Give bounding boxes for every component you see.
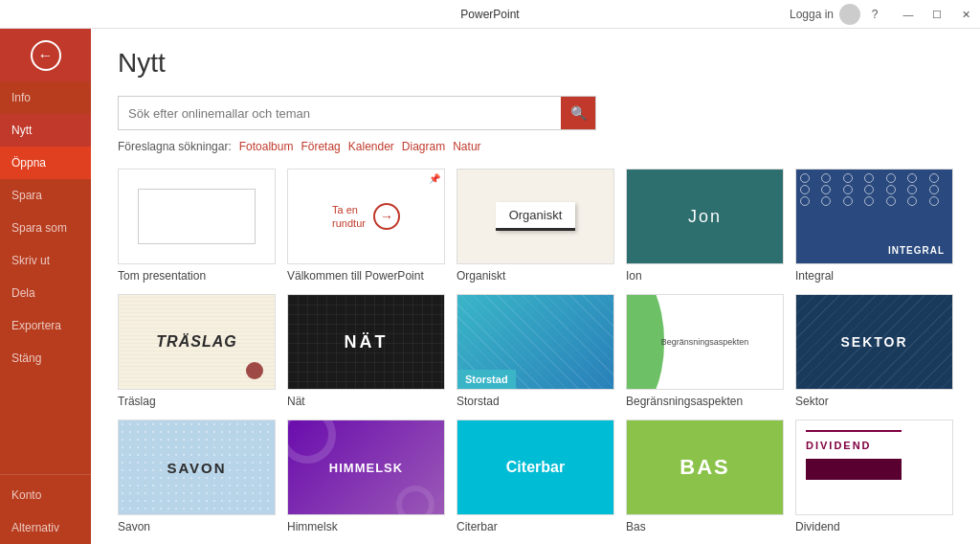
template-nat[interactable]: NÄT Nät (287, 294, 445, 408)
template-label: Begränsningsaspekten (626, 395, 784, 408)
template-label: Dividend (795, 520, 953, 533)
sidebar-item-spara[interactable]: Spara (0, 179, 91, 212)
window-controls: — ☐ ✕ (894, 0, 980, 29)
sidebar-item-stang[interactable]: Stäng (0, 342, 91, 374)
template-label: Bas (626, 520, 784, 533)
template-label: Nät (287, 395, 445, 408)
nat-grid (288, 295, 444, 389)
template-begr[interactable]: Begränsningsaspekten Begränsningsaspekte… (626, 294, 784, 408)
page-title: Nytt (118, 48, 953, 79)
templates-grid: Tom presentation Ta en rundtur → 📌 Välko… (118, 169, 953, 533)
login-label: Logga in (790, 8, 834, 21)
avatar (839, 4, 860, 25)
sidebar-item-alternativ[interactable]: Alternativ (0, 511, 91, 544)
template-storstad[interactable]: Storstad Storstad (457, 294, 614, 408)
sidebar-item-oppna[interactable]: Öppna (0, 147, 91, 179)
pin-icon: 📌 (429, 173, 440, 184)
himmelsk-text: HIMMELSK (329, 461, 403, 475)
suggestion-fotoalbum[interactable]: Fotoalbum (239, 140, 294, 153)
template-label: Välkommen till PowerPoint (287, 269, 445, 283)
sidebar-item-skriv-ut[interactable]: Skriv ut (0, 244, 91, 277)
integral-label: INTEGRAL (888, 245, 945, 256)
help-button[interactable]: ? (860, 0, 889, 29)
template-integral[interactable]: INTEGRAL Integral (795, 169, 953, 283)
template-label: Savon (118, 520, 276, 533)
bas-text: BAS (679, 455, 729, 480)
traslag-stamp (246, 362, 263, 379)
template-organiskt[interactable]: Organiskt Organiskt (457, 169, 614, 283)
sidebar-spacer (0, 374, 91, 470)
suggestion-diagram[interactable]: Diagram (402, 140, 445, 153)
sidebar-item-konto[interactable]: Konto (0, 479, 91, 511)
back-button[interactable]: ← (0, 29, 91, 81)
suggestion-natur[interactable]: Natur (453, 140, 480, 153)
template-savon[interactable]: SAVON Savon (118, 419, 276, 533)
dividend-text: DIVIDEND (806, 440, 872, 451)
template-welcome[interactable]: Ta en rundtur → 📌 Välkommen till PowerPo… (287, 169, 445, 283)
suggestion-kalender[interactable]: Kalender (348, 140, 394, 153)
suggested-label: Föreslagna sökningar: (118, 140, 232, 153)
close-button[interactable]: ✕ (951, 0, 980, 29)
template-label: Himmelsk (287, 520, 445, 533)
suggested-searches: Föreslagna sökningar: Fotoalbum Företag … (118, 140, 953, 153)
title-bar: PowerPoint ? Logga in — ☐ ✕ (0, 0, 980, 29)
welcome-arrow-icon: → (373, 203, 400, 230)
citerbar-text: Citerbar (506, 459, 565, 476)
suggestion-foretag[interactable]: Företag (301, 140, 340, 153)
back-icon: ← (31, 40, 61, 71)
dividend-line (806, 430, 902, 432)
begr-text: Begränsningsaspekten (661, 337, 749, 347)
sidebar-item-spara-som[interactable]: Spara som (0, 212, 91, 244)
traslag-text: TRÄSLAG (156, 333, 236, 351)
template-label: Sektor (795, 395, 953, 408)
template-traslag[interactable]: TRÄSLAG Träslag (118, 294, 276, 408)
template-blank[interactable]: Tom presentation (118, 169, 276, 283)
app-body: ← Info Nytt Öppna Spara Spara som Skriv … (0, 29, 980, 544)
storstad-label: Storstad (457, 370, 516, 389)
login-area[interactable]: Logga in (790, 0, 860, 29)
savon-text: SAVON (167, 460, 226, 476)
template-ion[interactable]: Jon Ion (626, 169, 784, 283)
sidebar: ← Info Nytt Öppna Spara Spara som Skriv … (0, 29, 91, 544)
minimize-button[interactable]: — (894, 0, 923, 29)
sidebar-item-dela[interactable]: Dela (0, 277, 91, 309)
dividend-bar (806, 459, 902, 480)
template-bas[interactable]: BAS Bas (626, 419, 784, 533)
template-label: Citerbar (457, 520, 614, 533)
template-label: Storstad (457, 395, 614, 408)
template-label: Ion (626, 269, 784, 283)
template-label: Organiskt (457, 269, 614, 283)
sektor-text: SEKTOR (840, 334, 907, 350)
search-button[interactable]: 🔍 (561, 97, 595, 129)
integral-circles (796, 170, 952, 210)
template-sektor[interactable]: SEKTOR Sektor (795, 294, 953, 408)
ion-text: Jon (688, 207, 722, 227)
template-citerbar[interactable]: Citerbar Citerbar (457, 419, 614, 533)
template-label: Träslag (118, 395, 276, 408)
organiskt-card: Organiskt (496, 202, 576, 231)
search-bar: 🔍 (118, 96, 596, 130)
main-content: Nytt 🔍 Föreslagna sökningar: Fotoalbum F… (91, 29, 980, 544)
template-himmelsk[interactable]: HIMMELSK Himmelsk (287, 419, 445, 533)
app-title: PowerPoint (460, 8, 519, 21)
sidebar-item-exportera[interactable]: Exportera (0, 309, 91, 342)
search-input[interactable] (119, 100, 561, 127)
welcome-text: Ta en rundtur (332, 203, 366, 231)
template-dividend[interactable]: DIVIDEND Dividend (795, 419, 953, 533)
restore-button[interactable]: ☐ (923, 0, 951, 29)
sidebar-item-info[interactable]: Info (0, 81, 91, 114)
template-label: Tom presentation (118, 269, 276, 283)
blank-preview (138, 189, 255, 245)
sidebar-item-nytt[interactable]: Nytt (0, 114, 91, 147)
sidebar-divider (0, 474, 91, 475)
template-label: Integral (795, 269, 953, 283)
